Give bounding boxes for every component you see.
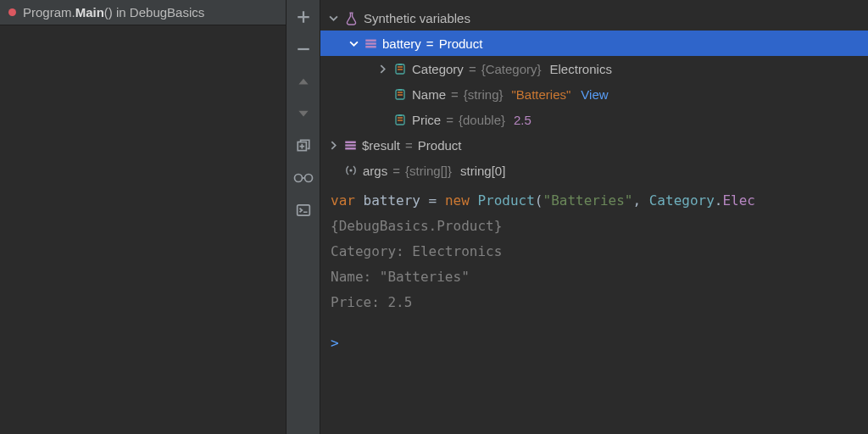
name-node[interactable]: . Name = {string} "Batteries" View [320, 81, 868, 107]
svg-point-7 [349, 169, 352, 171]
add-button[interactable] [292, 5, 315, 29]
watches-button[interactable] [292, 166, 315, 190]
breakpoint-dot-icon [8, 8, 16, 16]
svg-point-2 [304, 175, 312, 182]
triangle-up-icon [296, 74, 311, 89]
svg-point-1 [294, 175, 302, 182]
var-name: args [363, 164, 387, 178]
var-name: Category [412, 62, 464, 76]
var-value: 2.5 [514, 113, 531, 127]
struct-icon [364, 37, 377, 50]
property-icon [393, 62, 407, 75]
remove-button[interactable] [292, 37, 315, 61]
var-name: battery [382, 36, 421, 51]
view-link[interactable]: View [581, 87, 608, 102]
console-prompt[interactable]: > [331, 331, 868, 356]
category-node[interactable]: Category = {Category} Electronics [320, 56, 868, 81]
property-icon [393, 113, 407, 126]
chevron-right-icon[interactable] [327, 141, 339, 150]
args-node[interactable]: . args = {string[]} string[0] [320, 158, 868, 183]
duplicate-button[interactable] [292, 134, 315, 158]
glasses-icon [293, 172, 314, 184]
console-button[interactable] [292, 198, 315, 222]
output-line: Name: "Batteries" [331, 264, 868, 290]
output-line: {DebugBasics.Product} [331, 214, 868, 239]
synthetic-variables-node[interactable]: Synthetic variables [320, 5, 868, 31]
var-name: Price [412, 113, 441, 127]
evaluate-console[interactable]: var battery = new Product("Batteries", C… [320, 183, 868, 356]
output-line: Price: 2.5 [331, 290, 868, 315]
flask-icon [344, 11, 359, 25]
var-value: Product [418, 138, 462, 153]
variables-tree: Synthetic variables battery = Product Ca… [320, 0, 868, 183]
move-down-button[interactable] [292, 102, 315, 125]
toolbar-gutter [287, 0, 320, 434]
var-value: Electronics [550, 62, 612, 76]
code-line: var battery = new Product("Batteries", C… [331, 188, 868, 214]
price-node[interactable]: . Price = {double} 2.5 [320, 107, 868, 132]
plus-icon [296, 9, 311, 25]
param-icon [344, 164, 358, 177]
chevron-right-icon[interactable] [376, 64, 388, 74]
struct-icon [344, 139, 357, 152]
console-icon [296, 203, 311, 218]
duplicate-icon [296, 138, 311, 153]
frame-tab-label: Program.Main() in DebugBasics [23, 5, 204, 19]
frame-tab[interactable]: Program.Main() in DebugBasics [0, 0, 286, 25]
chevron-down-icon[interactable] [348, 39, 359, 48]
move-up-button[interactable] [292, 70, 315, 93]
chevron-down-icon[interactable] [327, 14, 339, 23]
var-value: Product [439, 36, 483, 51]
var-value: string[0] [460, 164, 505, 178]
triangle-down-icon [296, 106, 311, 121]
var-value: "Batteries" [511, 87, 570, 102]
var-name: Name [412, 87, 446, 102]
result-node[interactable]: $result = Product [320, 132, 868, 158]
battery-node[interactable]: battery = Product [320, 31, 868, 56]
property-icon [393, 87, 407, 101]
var-name: $result [362, 138, 400, 153]
minus-icon [296, 42, 311, 57]
node-label: Synthetic variables [364, 11, 470, 25]
svg-rect-3 [297, 205, 309, 215]
output-line: Category: Electronics [331, 239, 868, 264]
